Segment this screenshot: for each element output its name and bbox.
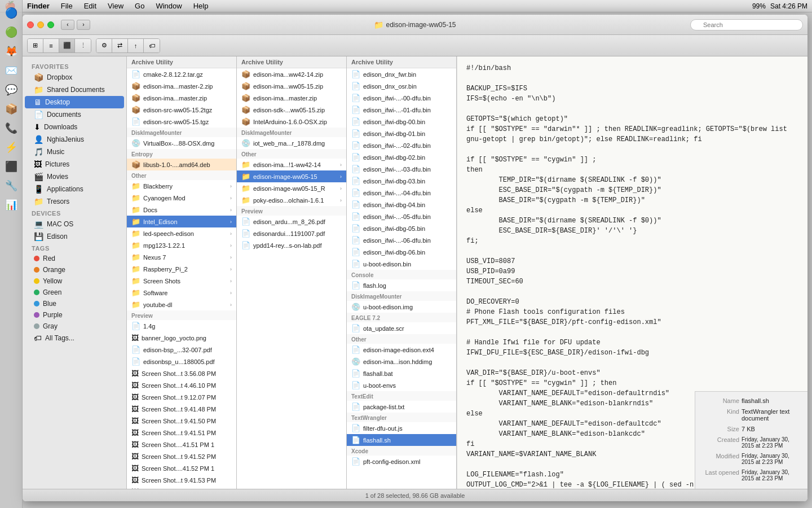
sidebar-item-desktop[interactable]: 🖥 Desktop xyxy=(25,96,124,108)
view-menu[interactable]: View xyxy=(105,2,126,10)
edit-menu[interactable]: Edit xyxy=(82,2,99,10)
list-item[interactable]: 📁 Blackberry › xyxy=(127,180,236,192)
finder-menu[interactable]: Finder xyxy=(25,2,52,10)
list-item[interactable]: 📦 edison-ima...master.zip xyxy=(127,92,236,104)
list-item[interactable]: 📦 libusb-1.0-....amd64.deb xyxy=(127,159,236,170)
dock-firefox[interactable]: 🦊 xyxy=(3,43,20,60)
icon-view-button[interactable]: ⊞ xyxy=(28,39,43,52)
list-item[interactable]: 📄 ota_update.scr xyxy=(347,322,456,334)
dock-app10[interactable]: 📊 xyxy=(3,196,20,213)
list-item[interactable]: 📄 edison-src-ww05-15.tgz xyxy=(127,116,236,128)
list-item[interactable]: 📁 Screen Shots › xyxy=(127,275,236,287)
list-item[interactable]: 🖼 Screen Shot...t 4.46.10 PM xyxy=(127,379,236,391)
sidebar-item-dropbox[interactable]: 📦 Dropbox xyxy=(25,71,124,84)
list-item[interactable]: 📁 Docs › xyxy=(127,204,236,216)
coverflow-view-button[interactable]: ⋮ xyxy=(75,39,91,52)
list-item[interactable]: 💿 VirtualBox-...88-OSX.dmg xyxy=(127,137,236,149)
list-item[interactable]: 🖼 Screen Shot...t 9.41.51 PM xyxy=(127,427,236,439)
arrange-button[interactable]: ⇄ xyxy=(112,39,128,52)
list-item[interactable]: 🖼 Screen Shot....41.51 PM 1 xyxy=(127,439,236,450)
window-menu[interactable]: Window xyxy=(153,2,184,10)
share-button[interactable]: ↑ xyxy=(128,39,144,52)
sidebar-item-macos[interactable]: 💻 MAC OS xyxy=(25,218,124,230)
tag-button[interactable]: 🏷 xyxy=(144,39,160,52)
list-item[interactable]: 📁 edison-ima...!1-ww42-14 › xyxy=(237,159,346,170)
back-button[interactable]: ‹ xyxy=(61,20,74,30)
action-button[interactable]: ⚙ xyxy=(96,39,112,52)
list-item[interactable]: 📄 cmake-2.8.12.2.tar.gz xyxy=(127,68,236,80)
sidebar-item-tresors[interactable]: 📁 Tresors xyxy=(25,195,124,208)
list-item[interactable]: 📄 edison_dnx_fwr.bin xyxy=(347,68,456,80)
list-item[interactable]: 📄 pft-config-edison.xml xyxy=(347,456,456,467)
list-item[interactable]: 📄 u-boot-envs xyxy=(347,379,456,391)
list-item[interactable]: 📄 edison_ifwi-...-02-dfu.bin xyxy=(347,139,456,151)
list-item[interactable]: 📄 ypdd14-rey...s-on-lab.pdf xyxy=(237,239,346,251)
list-item[interactable]: 💿 u-boot-edison.img xyxy=(347,301,456,313)
list-item[interactable]: 📄 edison_ifwi-dbg-03.bin xyxy=(347,175,456,187)
forward-button[interactable]: › xyxy=(77,20,90,30)
sidebar-item-movies[interactable]: 🎬 Movies xyxy=(25,170,124,183)
list-item[interactable]: 📄 edison_ardu...m_8_26.pdf xyxy=(237,216,346,227)
list-item[interactable]: 📁 poky-ediso...olchain-1.6.1 › xyxy=(237,194,346,206)
list-item[interactable]: 📁 youtube-dl › xyxy=(127,299,236,310)
list-item[interactable]: 🖼 Screen Shot...t 9.12.07 PM xyxy=(127,391,236,403)
list-item[interactable]: 📄 edison_dnx_osr.bin xyxy=(347,80,456,92)
list-item[interactable]: 📄 edison_ifwi-...-03-dfu.bin xyxy=(347,163,456,175)
list-item[interactable]: 📄 flashall.bat xyxy=(347,367,456,379)
sidebar-item-applications[interactable]: 📱 Applications xyxy=(25,183,124,195)
dock-app9[interactable]: 🔧 xyxy=(3,177,20,194)
column-view-button[interactable]: ⬛ xyxy=(59,39,75,52)
list-item[interactable]: 📦 edison-src-ww05-15.2tgz xyxy=(127,104,236,116)
help-menu[interactable]: Help xyxy=(191,2,211,10)
list-item[interactable]: 📄 edison_ifwi-...-06-dfu.bin xyxy=(347,234,456,246)
sidebar-item-downloads[interactable]: ⬇ Downloads xyxy=(25,121,124,133)
list-item[interactable]: 📄 1.4g xyxy=(127,320,236,332)
dock-app5[interactable]: 📦 xyxy=(3,100,20,117)
list-item[interactable]: 📁 Software › xyxy=(127,287,236,299)
list-item[interactable]: 📄 edison_ifwi-...-01-dfu.bin xyxy=(347,104,456,116)
sidebar-item-documents[interactable]: 📄 Documents xyxy=(25,108,124,121)
list-item[interactable]: 🖼 Screen Shot...t 9.41.53 PM xyxy=(127,474,236,486)
list-item[interactable]: 📄 edison_ifwi-...-04-dfu.bin xyxy=(347,187,456,199)
list-item[interactable]: 📁 Intel_Edison › xyxy=(127,216,236,227)
list-item[interactable]: 📄 edisonbsp_u...188005.pdf xyxy=(127,356,236,367)
list-item[interactable]: 📄 edisonardui...1191007.pdf xyxy=(237,227,346,239)
list-item[interactable]: 📄 filter-dfu-out.js xyxy=(347,422,456,434)
list-item[interactable]: 🖼 Screen Shot...t 3.56.08 PM xyxy=(127,367,236,379)
dock-skype[interactable]: 📞 xyxy=(3,120,20,137)
sidebar-tag-gray[interactable]: Gray xyxy=(25,321,124,332)
list-item[interactable]: 📄 edison-image-edison.ext4 xyxy=(347,344,456,356)
list-item[interactable]: 📁 mpg123-1.22.1 › xyxy=(127,239,236,251)
list-item[interactable]: 📦 edison-ima...ww05-15.zip xyxy=(237,80,346,92)
list-item[interactable]: 📁 Nexus 7 › xyxy=(127,251,236,263)
list-item[interactable]: 📄 edison_ifwi-dbg-00.bin xyxy=(347,116,456,128)
list-item[interactable]: 📄 edison_ifwi-dbg-02.bin xyxy=(347,151,456,163)
list-item[interactable]: 📦 IntelArduino-1.6.0-OSX.zip xyxy=(237,116,346,128)
list-item[interactable]: 📦 edison-ima...ww42-14.zip xyxy=(237,68,346,80)
list-item[interactable]: 📄 edison_ifwi-dbg-04.bin xyxy=(347,199,456,211)
sidebar-tag-yellow[interactable]: Yellow xyxy=(25,275,124,287)
list-item[interactable]: 🖼 Screen Shot...t 9.41.52 PM xyxy=(127,450,236,462)
list-item[interactable]: 💿 edison-ima...ison.hddimg xyxy=(347,356,456,367)
list-item[interactable]: 📄 edison_ifwi-dbg-01.bin xyxy=(347,128,456,139)
list-item[interactable]: 📄 package-list.txt xyxy=(347,401,456,413)
list-item[interactable]: 📄 edison_ifwi-...-05-dfu.bin xyxy=(347,211,456,222)
sidebar-tag-red[interactable]: Red xyxy=(25,253,124,264)
dock-mail[interactable]: ✉️ xyxy=(3,62,20,79)
sidebar-tag-all[interactable]: 🏷 All Tags... xyxy=(25,332,124,344)
maximize-button[interactable] xyxy=(47,21,54,28)
sidebar-item-pictures[interactable]: 🖼 Pictures xyxy=(25,158,124,170)
list-item[interactable]: 📦 edison-ima...master-2.zip xyxy=(127,80,236,92)
sidebar-item-nghia[interactable]: 👤 NghiaJenius xyxy=(25,133,124,146)
file-menu[interactable]: File xyxy=(59,2,75,10)
list-item[interactable]: 📁 edison-image-ww05-15 › xyxy=(237,170,346,182)
list-item[interactable]: 📁 Cyanogen Mod › xyxy=(127,192,236,204)
dock-finder[interactable]: 🔵 xyxy=(3,5,20,21)
sidebar-item-music[interactable]: 🎵 Music xyxy=(25,146,124,158)
search-input[interactable] xyxy=(690,19,803,30)
list-item-flashall-sh[interactable]: 📄 flashall.sh xyxy=(347,434,456,446)
sidebar-tag-blue[interactable]: Blue xyxy=(25,298,124,309)
list-item[interactable]: 🖼 Screen Shot...t 9.41.50 PM xyxy=(127,415,236,427)
go-menu[interactable]: Go xyxy=(133,2,147,10)
list-item[interactable]: 🖼 banner_logo_yocto.png xyxy=(127,332,236,344)
